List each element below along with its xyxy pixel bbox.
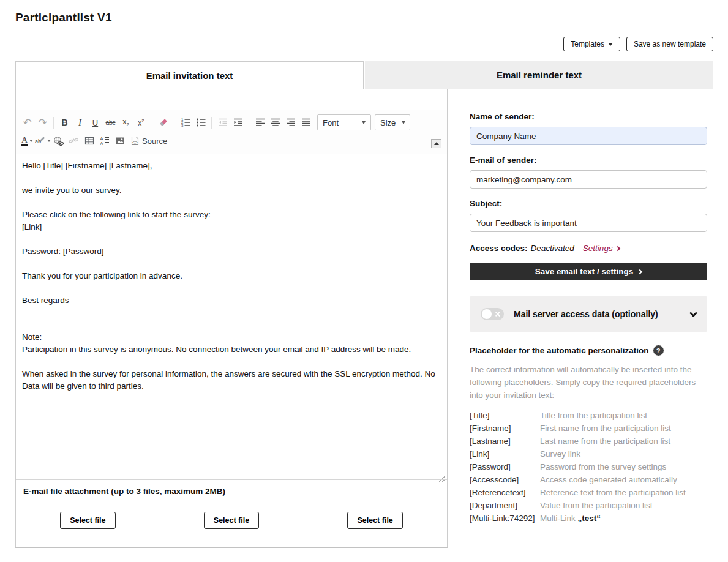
email-settings-column: Name of sender: E-mail of sender: Subjec… [470,112,707,525]
svg-text:<>: <> [132,140,137,144]
collapse-toolbar-button[interactable] [431,139,441,148]
editor-toolbar: ↶ ↷ B I U abc x2 x2 [16,110,447,154]
tab-email-invitation-text[interactable]: Email invitation text [15,61,364,89]
source-button[interactable]: <> Source [127,133,170,149]
italic-icon: I [78,118,81,128]
subscript-button[interactable]: x2 [118,114,133,130]
editor-paragraph: Password: [Password] [22,245,441,258]
editor-paragraph: Please click on the following link to st… [22,209,441,233]
align-right-icon [286,118,296,127]
text-color-button[interactable]: A [20,133,35,149]
placeholder-code: [Accesscode] [470,473,540,486]
attachment-heading: E-mail file attachment (up to 3 files, m… [16,480,447,496]
placeholder-desc: Value from the participation list [540,499,707,512]
toolbar-separator [152,117,152,129]
remove-format-button[interactable] [156,114,171,130]
placeholder-desc: Reference text from the participation li… [540,486,707,499]
toolbar-separator [53,117,54,129]
toolbar-row-2: A ab [20,132,443,150]
save-email-settings-button[interactable]: Save email text / settings [470,263,707,280]
subject-input[interactable] [470,214,707,232]
mail-server-panel-label: Mail server access data (optionally) [514,309,691,319]
templates-dropdown-button[interactable]: Templates [563,37,620,51]
attachment-section: E-mail file attachment (up to 3 files, m… [16,479,447,547]
tab-email-reminder-label: Email reminder text [497,70,582,80]
unlink-icon [69,136,79,146]
page: Participantlist V1 Templates Save as new… [0,0,728,562]
background-color-button[interactable]: ab [35,133,51,149]
insert-template-button[interactable]: A A [97,133,112,149]
sender-name-label: Name of sender: [470,112,707,121]
editor-paragraph: Thank you for your participation in adva… [22,270,441,282]
select-file-button-1[interactable]: Select file [60,512,115,529]
bulleted-list-icon [196,118,206,127]
placeholder-desc: First name from the participation list [540,422,707,435]
settings-link-label: Settings [583,244,613,253]
align-center-button[interactable] [268,114,283,130]
align-right-button[interactable] [283,114,298,130]
numbered-list-button[interactable]: 1 2 3 [178,114,193,130]
email-text-tabs: Email invitation text Email reminder tex… [15,61,713,89]
access-codes-settings-link[interactable]: Settings [583,244,620,253]
redo-icon: ↷ [38,116,47,129]
caret-down-icon [402,121,405,124]
decrease-indent-button[interactable] [215,114,230,130]
editor-paragraph: Best regards [22,294,441,307]
eraser-icon [159,118,168,127]
invitation-tab-panel: ↶ ↷ B I U abc x2 x2 [15,89,448,548]
strikethrough-icon: abc [105,119,115,126]
align-justify-button[interactable] [298,114,313,130]
font-dropdown[interactable]: Font [317,114,371,130]
placeholder-desc: Last name from the participation list [540,435,707,448]
undo-button[interactable]: ↶ [20,114,35,130]
svg-text:A: A [100,141,103,146]
insert-table-button[interactable] [81,133,97,149]
sender-email-input[interactable] [470,170,707,189]
align-left-button[interactable] [252,114,268,130]
select-file-button-2[interactable]: Select file [204,512,259,529]
bold-icon: B [61,118,67,127]
link-icon [53,136,64,146]
underline-button[interactable]: U [88,114,103,130]
source-button-label: Source [142,137,167,146]
select-file-button-3[interactable]: Select file [347,512,402,529]
toggle-knob [482,309,492,319]
editor-paragraph: Hello [Title] [Firstname] [Lastname], [22,160,441,172]
editor-paragraph: Note: Participation in this survey is an… [22,331,441,356]
size-dropdown[interactable]: Size [375,114,410,130]
increase-indent-button[interactable] [230,114,246,130]
redo-button[interactable]: ↷ [35,114,50,130]
editor-content-area[interactable]: Hello [Title] [Firstname] [Lastname], we… [16,154,447,484]
sender-name-input[interactable] [470,127,707,145]
unlink-button[interactable] [66,133,81,149]
placeholder-table: [Title] Title from the participation lis… [470,409,707,525]
underline-icon: U [92,118,98,127]
placeholder-code: [Lastname] [470,435,540,448]
toolbar-separator [211,117,212,129]
placeholder-desc: Multi-Link „test“ [540,512,707,525]
italic-button[interactable]: I [72,114,88,130]
tab-email-reminder-text[interactable]: Email reminder text [365,61,713,89]
access-codes-row: Access codes: Deactivated Settings [470,244,707,253]
save-email-settings-label: Save email text / settings [535,267,634,276]
placeholder-code: [Referencetext] [470,486,540,499]
chevron-right-icon [615,245,620,250]
superscript-button[interactable]: x2 [133,114,149,130]
save-as-new-template-button[interactable]: Save as new template [626,37,713,51]
placeholder-code: [Link] [470,448,540,460]
insert-link-button[interactable] [51,133,66,149]
chevron-right-icon [637,269,642,274]
help-icon[interactable]: ? [653,345,664,356]
save-as-new-template-label: Save as new template [634,40,706,48]
strikethrough-button[interactable]: abc [103,114,118,130]
toolbar-separator [174,117,174,129]
bold-button[interactable]: B [57,114,72,130]
align-left-icon [255,118,265,127]
insert-image-button[interactable] [112,133,127,149]
mail-server-toggle[interactable] [481,308,504,320]
mail-server-access-panel[interactable]: Mail server access data (optionally) [470,296,707,332]
triangle-up-icon [434,142,439,145]
bulleted-list-button[interactable] [193,114,208,130]
templates-dropdown-label: Templates [571,40,604,48]
caret-down-icon [608,43,613,46]
